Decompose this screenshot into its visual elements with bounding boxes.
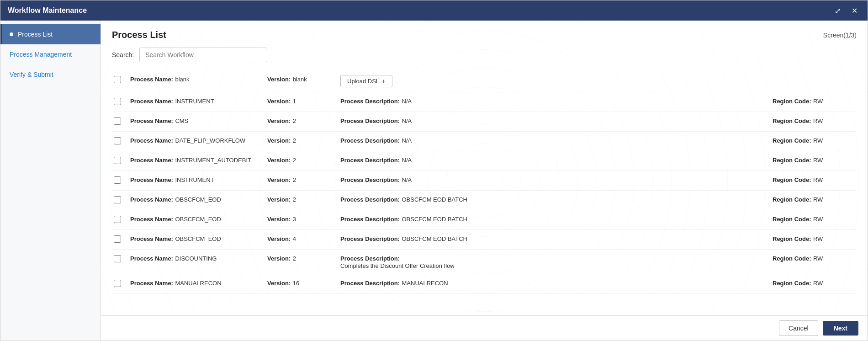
process-checkbox[interactable] xyxy=(114,157,121,164)
table-row: Process Name: OBSCFCM_EODVersion: 3Proce… xyxy=(112,210,857,230)
field-region-code: Region Code: RW xyxy=(773,117,855,125)
cancel-button[interactable]: Cancel xyxy=(779,320,818,336)
region-code-label: Region Code: xyxy=(773,157,811,164)
version-value: blank xyxy=(293,76,307,83)
version-label: Version: xyxy=(267,196,291,203)
description-label: Process Description: xyxy=(340,196,400,203)
region-code-value: RW xyxy=(813,176,823,183)
field-version: Version: 16 xyxy=(267,279,340,287)
field-process-name: Process Name: INSTRUMENT_AUTODEBIT xyxy=(130,156,267,164)
sidebar-item-process-list[interactable]: Process List xyxy=(0,24,101,44)
field-process-name: Process Name: INSTRUMENT xyxy=(130,176,267,184)
field-region-code: Region Code: RW xyxy=(773,254,855,262)
field-description: Process Description: OBSCFCM EOD BATCH xyxy=(340,195,773,203)
description-value: N/A xyxy=(402,157,412,164)
process-checkbox[interactable] xyxy=(114,280,121,287)
description-value: N/A xyxy=(402,176,412,183)
process-name-value: blank xyxy=(175,76,189,83)
version-value: 3 xyxy=(293,216,296,223)
description-label: Process Description: xyxy=(340,235,400,242)
close-button[interactable]: ✕ xyxy=(849,5,860,16)
field-description: Process Description: MANUALRECON xyxy=(340,279,773,287)
field-version: Version: blank xyxy=(267,75,340,83)
description-label: Process Description: xyxy=(340,137,400,144)
field-region-code: Region Code: RW xyxy=(773,97,855,105)
process-fields: Process Name: CMSVersion: 2Process Descr… xyxy=(130,117,855,125)
description-label: Process Description: xyxy=(340,216,400,223)
field-description: Process Description: OBSCFCM EOD BATCH xyxy=(340,215,773,223)
process-checkbox[interactable] xyxy=(114,235,121,243)
region-code-label: Region Code: xyxy=(773,176,811,183)
table-row: Process Name: INSTRUMENT_AUTODEBITVersio… xyxy=(112,151,857,171)
description-value: MANUALRECON xyxy=(402,280,448,287)
process-name-label: Process Name: xyxy=(130,76,173,83)
process-fields: Process Name: MANUALRECONVersion: 16Proc… xyxy=(130,279,855,287)
field-description: Process Description: N/A xyxy=(340,97,773,105)
process-checkbox[interactable] xyxy=(114,216,121,223)
description-value: OBSCFCM EOD BATCH xyxy=(402,216,468,223)
field-description: Process Description: N/A xyxy=(340,156,773,164)
process-checkbox[interactable] xyxy=(114,176,121,184)
field-version: Version: 2 xyxy=(267,136,340,144)
process-name-value: INSTRUMENT xyxy=(175,176,214,183)
region-code-value: RW xyxy=(813,216,823,223)
sidebar-item-process-management[interactable]: Process Management xyxy=(0,44,101,64)
process-name-label: Process Name: xyxy=(130,216,173,223)
process-name-value: MANUALRECON xyxy=(175,280,221,287)
description-value: OBSCFCM EOD BATCH xyxy=(402,235,468,242)
field-version: Version: 2 xyxy=(267,254,340,262)
version-value: 2 xyxy=(293,255,296,262)
process-checkbox[interactable] xyxy=(114,196,121,203)
table-row: Process Name: OBSCFCM_EODVersion: 4Proce… xyxy=(112,230,857,250)
plus-icon: + xyxy=(382,78,386,85)
process-name-label: Process Name: xyxy=(130,280,173,287)
field-description: Process Description: OBSCFCM EOD BATCH xyxy=(340,234,773,243)
version-label: Version: xyxy=(267,137,291,144)
sidebar-item-verify-submit[interactable]: Verify & Submit xyxy=(0,64,101,85)
process-checkbox[interactable] xyxy=(114,255,121,262)
search-input[interactable] xyxy=(139,48,267,62)
process-fields: Process Name: INSTRUMENTVersion: 2Proces… xyxy=(130,176,855,184)
region-code-label: Region Code: xyxy=(773,117,811,124)
process-checkbox[interactable] xyxy=(114,117,121,125)
field-version: Version: 3 xyxy=(267,215,340,223)
version-value: 1 xyxy=(293,98,296,105)
content-header: Process List Screen(1/3) xyxy=(112,30,857,40)
process-name-label: Process Name: xyxy=(130,137,173,144)
expand-icon: ⤢ xyxy=(835,7,841,15)
sidebar-item-label: Process Management xyxy=(10,51,72,58)
table-row: Process Name: INSTRUMENTVersion: 1Proces… xyxy=(112,92,857,112)
description-label: Process Description: xyxy=(340,117,400,124)
process-checkbox[interactable] xyxy=(114,137,121,144)
region-code-label: Region Code: xyxy=(773,280,811,287)
region-code-label: Region Code: xyxy=(773,255,811,262)
field-process-name: Process Name: OBSCFCM_EOD xyxy=(130,234,267,243)
expand-button[interactable]: ⤢ xyxy=(832,5,843,16)
version-value: 16 xyxy=(293,280,299,287)
field-version: Version: 4 xyxy=(267,234,340,243)
field-region-code: Region Code: RW xyxy=(773,156,855,164)
field-region-code: Region Code: RW xyxy=(773,234,855,243)
modal-footer: Cancel Next xyxy=(101,315,868,341)
field-process-name: Process Name: DISCOUNTING xyxy=(130,254,267,262)
process-name-value: DATE_FLIP_WORKFLOW xyxy=(175,137,245,144)
process-name-label: Process Name: xyxy=(130,196,173,203)
search-label: Search: xyxy=(112,51,134,59)
version-label: Version: xyxy=(267,280,291,287)
field-process-name: Process Name: OBSCFCM_EOD xyxy=(130,215,267,223)
upload-dsl-label: Upload DSL xyxy=(347,78,379,85)
title-bar: Workflow Maintenance ⤢ ✕ xyxy=(0,0,868,21)
region-code-label: Region Code: xyxy=(773,137,811,144)
description-label: Process Description: xyxy=(340,157,400,164)
process-checkbox[interactable] xyxy=(114,98,121,105)
process-checkbox[interactable] xyxy=(114,76,121,83)
upload-dsl-button[interactable]: Upload DSL + xyxy=(340,75,392,87)
field-version: Version: 2 xyxy=(267,176,340,184)
process-name-value: OBSCFCM_EOD xyxy=(175,196,221,203)
table-row: Process Name: DISCOUNTINGVersion: 2Proce… xyxy=(112,250,857,274)
description-label: Process Description: xyxy=(340,98,400,105)
field-version: Version: 2 xyxy=(267,117,340,125)
next-button[interactable]: Next xyxy=(823,321,858,336)
field-process-name: Process Name: OBSCFCM_EOD xyxy=(130,195,267,203)
field-region-code: Region Code: RW xyxy=(773,215,855,223)
